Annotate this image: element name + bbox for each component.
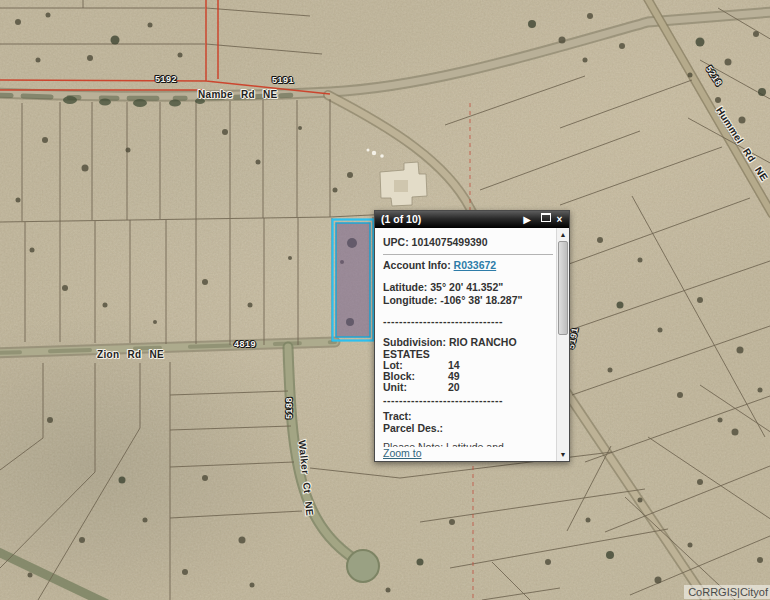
unit-value: 20 — [448, 381, 460, 393]
scrollbar-up-icon[interactable]: ▲ — [557, 229, 569, 240]
road-segment-label-5191: 5191 — [272, 75, 294, 85]
parcel-info-popup: (1 of 10) ▶ × UPC: 1014075499390 Account… — [374, 210, 570, 462]
longitude-value: -106° 38' 18.287" — [440, 294, 522, 306]
parcel-des-row: Parcel Des.: — [383, 422, 553, 435]
subdivision-label: Subdivision: — [383, 336, 446, 348]
latitude-value: 35° 20' 41.352" — [430, 281, 503, 293]
gis-parcel-viewer: 5192 5191 Nambe Rd NE 4819 Zion Rd NE 51… — [0, 0, 770, 600]
zoom-to-link[interactable]: Zoom to — [383, 447, 422, 459]
popup-scrollbar[interactable]: ▲ ▼ — [556, 228, 569, 461]
latitude-label: Latitude: — [383, 281, 427, 293]
selected-parcel-fill[interactable] — [336, 223, 370, 337]
upc-row: UPC: 1014075499390 — [383, 236, 553, 249]
block-row: Block: 49 — [383, 371, 553, 382]
dashed-divider: ------------------------------ — [383, 394, 553, 406]
popup-content: UPC: 1014075499390 Account Info: R033672… — [375, 228, 557, 461]
popup-footer: Zoom to — [375, 447, 557, 461]
road-segment-label-4819: 4819 — [234, 339, 256, 349]
gis-watermark: CoRRGIS|Cityof — [684, 585, 770, 599]
scrollbar-down-icon[interactable]: ▼ — [557, 449, 569, 460]
road-segment-label-5188: 5188 — [284, 397, 294, 419]
latitude-row: Latitude: 35° 20' 41.352" — [383, 281, 553, 294]
popup-title: (1 of 10) — [381, 213, 421, 225]
scrollbar-thumb[interactable] — [558, 241, 568, 335]
upc-label: UPC: — [383, 236, 409, 248]
popup-titlebar[interactable]: (1 of 10) ▶ × — [375, 211, 569, 228]
road-label-zion: Zion Rd NE — [97, 349, 164, 360]
selected-parcel-highlight[interactable] — [333, 220, 374, 341]
maximize-icon — [541, 213, 551, 222]
tract-row: Tract: — [383, 410, 553, 422]
account-row: Account Info: R033672 — [383, 259, 553, 272]
unit-row: Unit: 20 — [383, 382, 553, 393]
unit-label: Unit: — [383, 382, 445, 393]
next-result-button[interactable]: ▶ — [521, 211, 533, 228]
popup-body: UPC: 1014075499390 Account Info: R033672… — [375, 228, 569, 461]
account-link[interactable]: R033672 — [454, 259, 497, 271]
longitude-row: Longitude: -106° 38' 18.287" — [383, 294, 553, 307]
road-label-nambe: Nambe Rd NE — [198, 89, 277, 100]
maximize-button[interactable] — [539, 211, 552, 228]
longitude-label: Longitude: — [383, 294, 437, 306]
divider-rule — [383, 254, 553, 255]
account-label: Account Info: — [383, 259, 451, 271]
road-segment-label-5192: 5192 — [155, 74, 177, 84]
dashed-divider: ------------------------------ — [383, 315, 553, 327]
upc-value: 1014075499390 — [412, 236, 488, 248]
close-button[interactable]: × — [553, 211, 566, 228]
subdivision-row: Subdivision: RIO RANCHO ESTATES — [383, 336, 553, 360]
